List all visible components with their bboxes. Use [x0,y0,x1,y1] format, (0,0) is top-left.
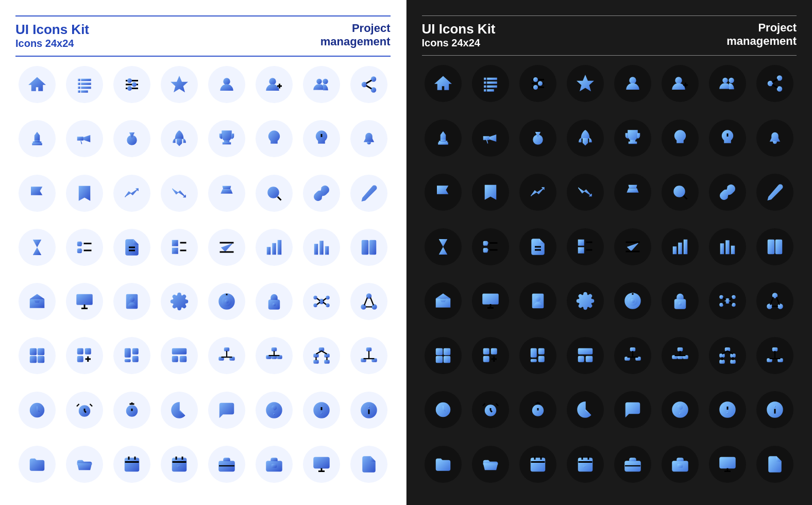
svg-point-23 [371,88,376,92]
svg-rect-5 [81,87,91,89]
svg-rect-146 [172,458,186,472]
svg-rect-206 [679,243,682,254]
svg-rect-254 [579,356,584,362]
icon-calendar [519,446,556,483]
svg-rect-85 [30,357,36,363]
svg-point-20 [323,79,328,84]
svg-rect-267 [725,348,730,351]
svg-rect-261 [678,348,683,351]
svg-rect-87 [77,349,83,355]
svg-rect-53 [325,246,328,254]
icon-link [709,174,746,211]
icon-grid3 [161,337,198,374]
svg-point-13 [128,87,132,91]
svg-rect-299 [531,458,545,472]
icon-grid2 [113,337,150,374]
svg-point-225 [725,299,730,304]
icon-bar-chart [256,229,293,266]
icon-flag [425,174,462,211]
icon-bulb [256,120,293,157]
icon-presentation [472,282,509,319]
icon-profile [113,283,150,320]
icon-file [756,446,793,483]
icon-document [519,228,556,265]
icon-alert [709,391,746,428]
icon-bookmark [66,175,103,212]
icon-sitemap [350,337,387,374]
svg-rect-94 [132,357,138,362]
icon-org-chart [208,337,245,374]
svg-rect-32 [223,143,230,144]
icon-checklist2 [614,228,651,265]
icon-bar-chart [662,228,699,265]
icon-tasks [567,228,604,265]
svg-rect-55 [369,240,376,254]
icon-flag [19,175,56,212]
svg-line-233 [729,302,732,305]
icon-columns [350,229,387,266]
icon-sliders [519,65,556,102]
svg-rect-256 [631,348,635,351]
icon-search [662,174,699,211]
icon-rocket [161,120,198,157]
icon-people [303,66,340,103]
icon-chat [614,391,651,428]
svg-rect-89 [85,349,91,355]
svg-rect-252 [531,359,537,362]
icon-hourglass [425,228,462,265]
icon-search [256,175,293,212]
svg-point-68 [319,299,324,304]
icon-grid3 [567,337,604,374]
svg-rect-270 [720,360,724,363]
svg-rect-161 [484,86,486,88]
icon-idea [303,120,340,157]
icon-share [756,65,793,102]
icon-folder-open [472,446,509,483]
svg-rect-113 [314,360,318,363]
svg-rect-86 [38,357,44,363]
icon-person-add [662,65,699,102]
svg-line-273 [728,351,733,354]
svg-point-295 [727,412,728,413]
light-title-block: UI Icons Kit Icons 24x24 [15,22,89,49]
icon-file [350,446,387,483]
svg-point-235 [767,304,772,309]
light-title-sub: Icons 24x24 [15,38,89,49]
dark-title-main: UI Icons Kit [422,21,496,37]
svg-rect-95 [125,360,130,362]
svg-rect-184 [441,140,446,141]
icon-bar-chart2 [303,229,340,266]
icon-sitemap [756,337,793,374]
svg-line-285 [483,403,485,406]
svg-line-74 [323,298,326,301]
light-title-main: UI Icons Kit [15,22,89,38]
light-icons-grid [15,66,391,495]
svg-rect-154 [314,457,329,468]
svg-line-182 [772,79,777,82]
svg-rect-99 [224,348,229,351]
svg-point-221 [631,299,634,302]
light-panel: UI Icons Kit Icons 24x24 Projectmanageme… [0,0,407,505]
icon-briefcase [614,446,651,483]
dark-header: UI Icons Kit Icons 24x24 Projectmanageme… [422,15,797,56]
icon-presentation [66,283,103,320]
svg-rect-83 [30,349,36,355]
svg-point-191 [674,186,685,197]
svg-point-19 [317,79,322,84]
icon-calendar-check [567,446,604,483]
svg-rect-28 [32,143,42,145]
svg-rect-50 [278,240,281,254]
svg-marker-14 [172,77,187,92]
icon-question [662,391,699,428]
svg-rect-54 [362,240,368,254]
svg-point-172 [630,77,636,83]
svg-rect-303 [579,458,593,472]
icon-star [161,66,198,103]
svg-line-286 [496,403,499,406]
icon-calendar-check [161,446,198,483]
svg-rect-276 [773,348,777,351]
icon-hierarchy [303,337,340,374]
svg-rect-0 [78,79,80,81]
svg-rect-98 [180,357,186,362]
svg-line-127 [84,411,86,412]
